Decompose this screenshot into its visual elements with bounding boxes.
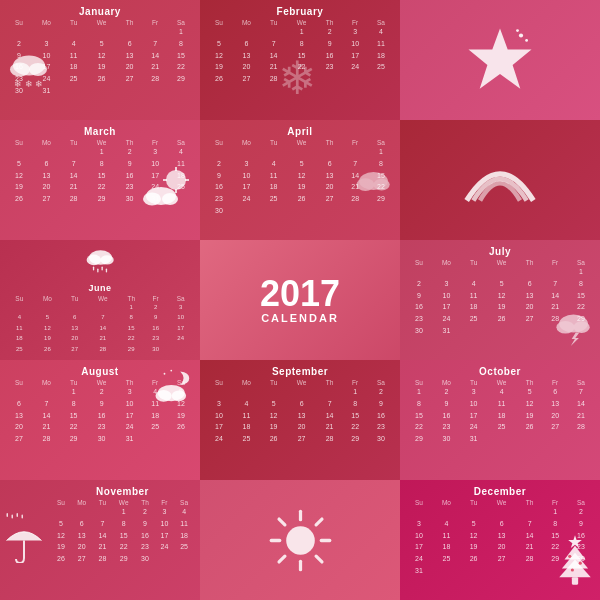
svg-rect-54 xyxy=(572,577,578,584)
svg-point-28 xyxy=(556,321,574,334)
september-title: September xyxy=(206,366,394,377)
svg-point-32 xyxy=(170,370,172,372)
svg-rect-38 xyxy=(17,513,19,517)
rainbow-icon xyxy=(460,153,540,208)
september-table: SuMoTuWeThFrSa 12 3456789 10111213141516… xyxy=(206,379,394,445)
svg-point-2 xyxy=(29,63,47,76)
november-table: SuMoTuWeThFrSa 1234 567891011 1213141516… xyxy=(51,499,194,565)
july-cell: July SuMoTuWeThFrSa 1 2345678 9101112131… xyxy=(400,240,600,360)
svg-rect-39 xyxy=(22,515,24,519)
calendar-grid: January SuMoTuWeThFrSa 1 2345678 9101112… xyxy=(0,0,600,600)
october-table: SuMoTuWeThFrSa 1234567 891011121314 1516… xyxy=(406,379,594,445)
center-year-cell: 2017 CALENDAR xyxy=(200,240,400,360)
svg-point-6 xyxy=(519,33,523,37)
svg-line-46 xyxy=(316,556,322,562)
svg-point-18 xyxy=(356,178,374,191)
august-cell: August SuMoTuWeThFrSa 12345 6789101112 1… xyxy=(0,360,200,480)
storm-cloud-icon xyxy=(551,310,596,348)
svg-point-57 xyxy=(571,568,574,571)
year-display: 2017 xyxy=(260,276,340,312)
svg-point-9 xyxy=(166,170,186,190)
svg-rect-24 xyxy=(97,268,98,272)
april-cloud-icon xyxy=(351,167,396,205)
march-title: March xyxy=(6,126,194,137)
svg-marker-5 xyxy=(469,29,532,89)
svg-point-22 xyxy=(100,255,113,264)
svg-text:❄: ❄ xyxy=(278,52,317,103)
february-title: February xyxy=(206,6,394,17)
june-title: June xyxy=(88,283,111,293)
november-cell: November SuMoTuWeThFrSa 1234 567891011 1… xyxy=(0,480,200,600)
partly-cloudy-icon xyxy=(141,164,196,212)
svg-point-8 xyxy=(516,29,519,32)
june-icon-cell: June SuMoTuWeThFrSa 123 45678910 1112131… xyxy=(0,240,200,360)
february-icon-cell: February SuMoTuWeThFrSa 1234 567891011 1… xyxy=(200,0,400,120)
january-cell: January SuMoTuWeThFrSa 1 2345678 9101112… xyxy=(0,0,200,120)
december-title: December xyxy=(406,486,594,497)
night-cloud-icon xyxy=(151,366,196,404)
october-cell: October SuMoTuWeThFrSa 1234567 891011121… xyxy=(400,360,600,480)
october-title: October xyxy=(406,366,594,377)
svg-rect-36 xyxy=(7,513,9,517)
svg-point-19 xyxy=(374,179,390,191)
april-title: April xyxy=(206,126,394,137)
june-table: SuMoTuWeThFrSa 123 45678910 111213141516… xyxy=(6,295,194,354)
svg-point-55 xyxy=(568,555,571,558)
svg-rect-26 xyxy=(105,268,106,272)
svg-point-16 xyxy=(162,193,178,205)
svg-point-35 xyxy=(172,390,186,401)
sun-icon-cell xyxy=(200,480,400,600)
svg-point-31 xyxy=(164,373,166,375)
svg-point-21 xyxy=(86,255,101,266)
snow-cloud-icon: ❄ ❄ ❄ xyxy=(4,50,54,95)
svg-line-47 xyxy=(316,519,322,525)
svg-point-56 xyxy=(579,562,582,565)
umbrella-icon xyxy=(4,513,44,563)
svg-rect-37 xyxy=(12,515,14,519)
svg-point-7 xyxy=(525,39,528,42)
rain-cloud-icon xyxy=(63,246,138,279)
star-icon xyxy=(465,25,535,95)
september-cell: September SuMoTuWeThFrSa 12 3456789 1011… xyxy=(200,360,400,480)
svg-point-15 xyxy=(143,192,161,205)
svg-point-49 xyxy=(286,526,315,555)
december-cell: December SuMoTuWeThFrSa 12 3456789 10111… xyxy=(400,480,600,600)
april-cell: April SuMoTuWeThFrSa 1 2345678 910111213… xyxy=(200,120,400,240)
january-title: January xyxy=(6,6,194,17)
star-icon-cell xyxy=(400,0,600,120)
svg-marker-30 xyxy=(571,333,580,347)
march-cell: March SuMoTuWeThFrSa 1234 567891011 1213… xyxy=(0,120,200,240)
sun-icon xyxy=(268,508,333,573)
svg-point-34 xyxy=(156,390,172,402)
may-cell xyxy=(400,120,600,240)
svg-point-29 xyxy=(574,321,590,333)
christmas-tree-icon xyxy=(554,533,596,588)
svg-line-48 xyxy=(279,556,285,562)
svg-text:❄ ❄ ❄: ❄ ❄ ❄ xyxy=(14,79,43,89)
november-title: November xyxy=(51,486,194,497)
svg-rect-23 xyxy=(92,266,93,270)
calendar-label: CALENDAR xyxy=(261,312,339,324)
svg-rect-25 xyxy=(101,266,102,270)
svg-line-45 xyxy=(279,519,285,525)
svg-point-1 xyxy=(10,62,30,76)
july-title: July xyxy=(406,246,594,257)
